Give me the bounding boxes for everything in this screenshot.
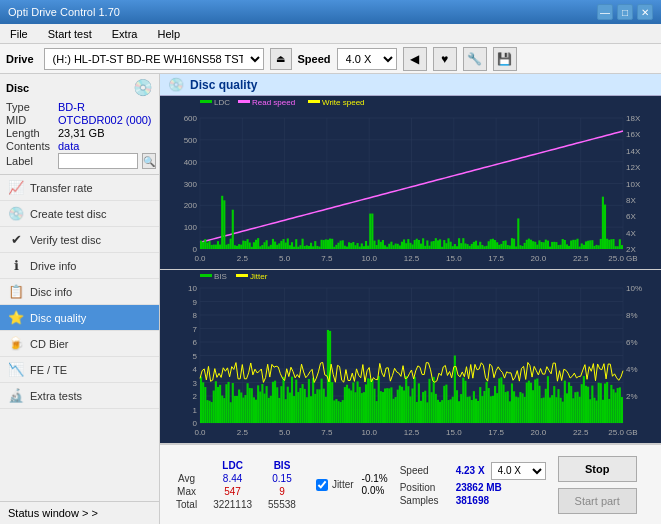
stats-row-avg-label: Avg xyxy=(168,472,205,485)
stats-header-bis: BIS xyxy=(260,459,304,472)
disc-mid-row: MID OTCBDR002 (000) xyxy=(6,114,153,126)
samples-label: Samples xyxy=(400,495,450,506)
disc-quality-header-icon: 💿 xyxy=(168,77,184,92)
jitter-checkbox[interactable] xyxy=(316,479,328,491)
speed-position-section: Speed 4.23 X 4.0 X Position 23862 MB Sam… xyxy=(400,462,546,508)
disc-length-value: 23,31 GB xyxy=(58,127,104,139)
stats-max-bis: 9 xyxy=(260,485,304,498)
disc-quality-header: 💿 Disc quality xyxy=(160,74,661,96)
sidebar-item-drive-info[interactable]: ℹ Drive info xyxy=(0,253,159,279)
ldc-chart xyxy=(160,96,661,269)
samples-row: Samples 381698 xyxy=(400,495,546,506)
sidebar-item-cd-bier[interactable]: 🍺 CD Bier xyxy=(0,331,159,357)
charts-area xyxy=(160,96,661,444)
jitter-avg: -0.1% xyxy=(362,473,388,484)
sidebar-item-label-fe-te: FE / TE xyxy=(30,364,67,376)
speed-row: Speed 4.23 X 4.0 X xyxy=(400,462,546,480)
drive-select[interactable]: (H:) HL-DT-ST BD-RE WH16NS58 TST4 xyxy=(44,48,264,70)
menu-file[interactable]: File xyxy=(4,27,34,41)
disc-quality-icon: ⭐ xyxy=(8,310,24,325)
menu-bar: File Start test Extra Help xyxy=(0,24,661,44)
title-bar: Opti Drive Control 1.70 — □ ✕ xyxy=(0,0,661,24)
disc-panel: Disc 💿 Type BD-R MID OTCBDR002 (000) Len… xyxy=(0,74,159,175)
disc-type-row: Type BD-R xyxy=(6,101,153,113)
disc-label-input[interactable] xyxy=(58,153,138,169)
sidebar-item-disc-quality[interactable]: ⭐ Disc quality xyxy=(0,305,159,331)
stats-row-total-label: Total xyxy=(168,498,205,511)
maximize-button[interactable]: □ xyxy=(617,4,633,20)
stats-table-container: LDC BIS Avg 8.44 0.15 Max 547 xyxy=(168,459,304,511)
create-test-disc-icon: 💿 xyxy=(8,206,24,221)
sidebar-item-transfer-rate[interactable]: 📈 Transfer rate xyxy=(0,175,159,201)
status-window-button[interactable]: Status window > > xyxy=(0,501,159,524)
position-label: Position xyxy=(400,482,450,493)
cd-bier-icon: 🍺 xyxy=(8,336,24,351)
drive-info-icon: ℹ xyxy=(8,258,24,273)
close-button[interactable]: ✕ xyxy=(637,4,653,20)
speed-select[interactable]: 4.0 X xyxy=(337,48,397,70)
disc-contents-label: Contents xyxy=(6,140,54,152)
disc-mid-label: MID xyxy=(6,114,54,126)
stats-total-ldc: 3221113 xyxy=(205,498,260,511)
drive-bar: Drive (H:) HL-DT-ST BD-RE WH16NS58 TST4 … xyxy=(0,44,661,74)
stats-total-bis: 55538 xyxy=(260,498,304,511)
jitter-avg-value: -0.1% xyxy=(362,473,388,484)
sidebar-item-verify-test-disc[interactable]: ✔ Verify test disc xyxy=(0,227,159,253)
window-controls: — □ ✕ xyxy=(597,4,653,20)
stats-max-ldc: 547 xyxy=(205,485,260,498)
sidebar-item-label-disc-info: Disc info xyxy=(30,286,72,298)
disc-type-label: Type xyxy=(6,101,54,113)
sidebar-item-label-disc-quality: Disc quality xyxy=(30,312,86,324)
sidebar-item-label-extra-tests: Extra tests xyxy=(30,390,82,402)
jitter-label: Jitter xyxy=(332,479,354,490)
disc-label-row: Label 🔍 xyxy=(6,153,153,169)
verify-test-disc-icon: ✔ xyxy=(8,232,24,247)
disc-mid-value: OTCBDR002 (000) xyxy=(58,114,152,126)
stats-header-empty xyxy=(168,459,205,472)
toolbar-btn-2[interactable]: ♥ xyxy=(433,47,457,71)
bis-chart-container xyxy=(160,270,661,444)
disc-quality-header-title: Disc quality xyxy=(190,78,257,92)
bis-chart xyxy=(160,270,661,443)
sidebar-item-create-test-disc[interactable]: 💿 Create test disc xyxy=(0,201,159,227)
extra-tests-icon: 🔬 xyxy=(8,388,24,403)
disc-label-btn[interactable]: 🔍 xyxy=(142,153,156,169)
position-value: 23862 MB xyxy=(456,482,502,493)
position-row: Position 23862 MB xyxy=(400,482,546,493)
start-part-button: Start part xyxy=(558,488,637,514)
toolbar-btn-3[interactable]: 🔧 xyxy=(463,47,487,71)
disc-contents-row: Contents data xyxy=(6,140,153,152)
toolbar-btn-1[interactable]: ◀ xyxy=(403,47,427,71)
toolbar-btn-save[interactable]: 💾 xyxy=(493,47,517,71)
menu-start-test[interactable]: Start test xyxy=(42,27,98,41)
disc-info-icon: 📋 xyxy=(8,284,24,299)
fe-te-icon: 📉 xyxy=(8,362,24,377)
jitter-section: Jitter -0.1% 0.0% xyxy=(316,473,388,497)
sidebar-item-extra-tests[interactable]: 🔬 Extra tests xyxy=(0,383,159,409)
sidebar-item-label-drive-info: Drive info xyxy=(30,260,76,272)
jitter-max-value: 0.0% xyxy=(362,485,385,496)
minimize-button[interactable]: — xyxy=(597,4,613,20)
disc-length-label: Length xyxy=(6,127,54,139)
stats-avg-bis: 0.15 xyxy=(260,472,304,485)
speed-label: Speed xyxy=(298,53,331,65)
app-title: Opti Drive Control 1.70 xyxy=(8,6,120,18)
drive-label: Drive xyxy=(6,53,34,65)
menu-extra[interactable]: Extra xyxy=(106,27,144,41)
sidebar-item-label-transfer-rate: Transfer rate xyxy=(30,182,93,194)
speed-value: 4.23 X xyxy=(456,465,485,476)
stats-header-ldc: LDC xyxy=(205,459,260,472)
speed-select-2[interactable]: 4.0 X xyxy=(491,462,546,480)
nav-items: 📈 Transfer rate 💿 Create test disc ✔ Ver… xyxy=(0,175,159,501)
sidebar-item-label-cd-bier: CD Bier xyxy=(30,338,69,350)
stats-row-max-label: Max xyxy=(168,485,205,498)
disc-type-value: BD-R xyxy=(58,101,85,113)
menu-help[interactable]: Help xyxy=(151,27,186,41)
disc-contents-value: data xyxy=(58,140,79,152)
sidebar-item-disc-info[interactable]: 📋 Disc info xyxy=(0,279,159,305)
stop-button[interactable]: Stop xyxy=(558,456,637,482)
eject-button[interactable]: ⏏ xyxy=(270,48,292,70)
sidebar-item-fe-te[interactable]: 📉 FE / TE xyxy=(0,357,159,383)
jitter-max: 0.0% xyxy=(362,485,388,496)
main-layout: Disc 💿 Type BD-R MID OTCBDR002 (000) Len… xyxy=(0,74,661,524)
